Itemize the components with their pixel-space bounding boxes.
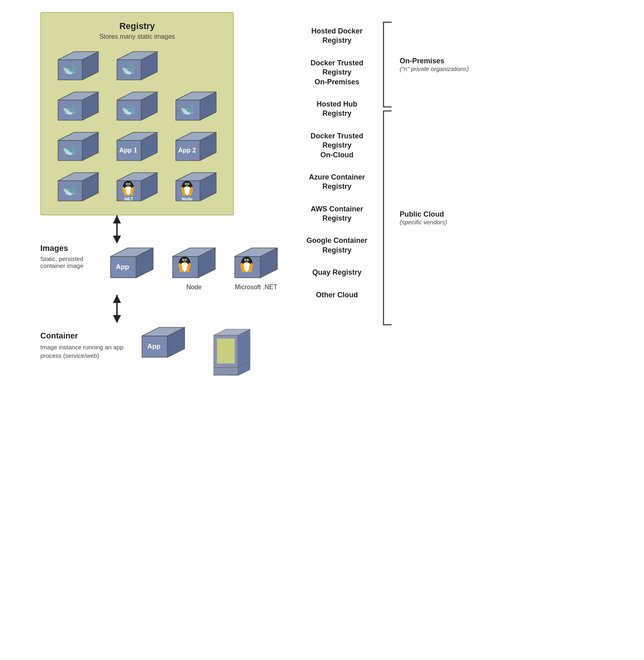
- public-cloud-label-group: Public Cloud (specific vendors): [400, 210, 447, 226]
- registry-item-hosted-docker: Hosted DockerRegistry: [298, 20, 375, 52]
- on-premises-group: On-Premises ("n" private organizations): [379, 20, 469, 109]
- on-premises-bracket: [379, 20, 396, 109]
- svg-point-68: [188, 193, 192, 196]
- registry-list: Hosted DockerRegistry Docker TrustedRegi…: [298, 20, 375, 306]
- svg-marker-71: [113, 236, 121, 244]
- container-item: 🐋: [169, 88, 223, 124]
- svg-marker-112: [113, 295, 121, 303]
- svg-point-64: [186, 186, 188, 187]
- svg-point-103: [245, 259, 246, 261]
- svg-point-47: [127, 186, 129, 187]
- svg-point-92: [179, 269, 184, 272]
- container-item: 🐋: [51, 88, 106, 124]
- svg-marker-123: [217, 338, 235, 363]
- svg-point-88: [185, 259, 187, 261]
- registry-item-hosted-hub: Hosted HubRegistry: [298, 93, 375, 125]
- dotnet-label: Microsoft .NET: [235, 284, 277, 291]
- container-item: 🐋: [110, 88, 165, 124]
- images-containers: App: [106, 244, 282, 291]
- main-container: Registry Stores many static images 🐋: [0, 0, 644, 388]
- svg-marker-73: [113, 215, 121, 223]
- arrow-images-to-container: [111, 295, 123, 323]
- container-item: 🐋: [51, 169, 106, 205]
- container-item: 🐋: [51, 128, 106, 165]
- svg-point-63: [188, 184, 189, 184]
- svg-text:App: App: [147, 343, 160, 350]
- svg-text:Node: Node: [181, 196, 193, 201]
- container-item-node: Node: [169, 169, 223, 205]
- node-label: Node: [186, 284, 202, 291]
- public-cloud-label: Public Cloud: [400, 210, 447, 219]
- arrow-registry-to-images: [111, 215, 123, 244]
- svg-text:.NET: .NET: [123, 196, 133, 201]
- svg-point-89: [183, 261, 186, 263]
- svg-point-104: [248, 259, 249, 261]
- container-labels: Container Image instance running an app …: [40, 323, 129, 360]
- svg-point-109: [248, 269, 252, 272]
- svg-point-87: [183, 259, 184, 261]
- on-premises-sub: ("n" private organizations): [400, 65, 469, 72]
- container-title: Container: [40, 331, 129, 340]
- container-item-app2: App 2: [169, 128, 223, 165]
- svg-text:🐋: 🐋: [63, 183, 77, 196]
- computer-monitor: [198, 323, 262, 376]
- svg-marker-121: [238, 329, 250, 368]
- svg-marker-111: [113, 315, 121, 323]
- on-premises-label-group: On-Premises ("n" private organizations): [400, 57, 469, 72]
- svg-point-46: [129, 184, 130, 184]
- registry-item-docker-trusted-cloud: Docker TrustedRegistryOn-Cloud: [298, 125, 375, 166]
- public-cloud-group: Public Cloud (specific vendors): [379, 109, 447, 327]
- svg-point-105: [246, 261, 248, 263]
- registry-item-docker-trusted-premises: Docker TrustedRegistryOn-Premises: [298, 52, 375, 93]
- on-premises-label: On-Premises: [400, 57, 469, 65]
- images-section: Images Static, persisted container image…: [40, 244, 282, 291]
- svg-point-45: [127, 184, 127, 184]
- registry-list-area: Hosted DockerRegistry Docker TrustedRegi…: [298, 20, 628, 327]
- svg-point-93: [185, 269, 190, 272]
- svg-text:🐋: 🐋: [63, 143, 77, 156]
- container-item-net: .NET: [110, 169, 165, 205]
- node-container-img: Node: [168, 244, 220, 291]
- svg-text:🐋: 🐋: [63, 102, 77, 116]
- svg-text:App 2: App 2: [178, 147, 196, 154]
- container-item-empty: [169, 48, 223, 84]
- registry-box: Registry Stores many static images 🐋: [40, 12, 234, 215]
- svg-text:🐋: 🐋: [121, 102, 135, 116]
- svg-marker-117: [214, 368, 238, 376]
- registry-title: Registry: [51, 21, 223, 31]
- registry-item-quay: Quay Registry: [298, 261, 375, 284]
- public-cloud-bracket: [379, 109, 396, 327]
- svg-text:🐋: 🐋: [180, 102, 194, 116]
- container-item-app1: App 1: [110, 128, 165, 165]
- container-section: Container Image instance running an app …: [40, 323, 262, 376]
- app-container-box: App: [137, 323, 190, 361]
- container-desc: Image instance running an app process (s…: [40, 343, 129, 360]
- svg-point-50: [123, 193, 127, 196]
- registry-item-aws: AWS ContainerRegistry: [298, 198, 375, 230]
- svg-text:🐋: 🐋: [63, 62, 77, 75]
- container-item: 🐋: [110, 48, 165, 84]
- right-side: Hosted DockerRegistry Docker TrustedRegi…: [282, 12, 628, 376]
- registry-item-google: Google ContainerRegistry: [298, 230, 375, 261]
- left-side: Registry Stores many static images 🐋: [16, 12, 282, 376]
- svg-text:App: App: [116, 263, 129, 271]
- registry-item-other: Other Cloud: [298, 284, 375, 306]
- images-labels: Images Static, persisted container image: [40, 244, 98, 269]
- svg-point-67: [182, 193, 186, 196]
- registry-item-azure: Azure ContainerRegistry: [298, 166, 375, 198]
- app-container-img: App: [106, 244, 158, 291]
- public-cloud-sub: (specific vendors): [400, 219, 447, 226]
- registry-subtitle: Stores many static images: [51, 33, 223, 40]
- container-grid: 🐋 🐋: [51, 48, 223, 205]
- container-item: 🐋: [51, 48, 106, 84]
- images-title: Images: [40, 244, 98, 253]
- svg-marker-125: [228, 375, 236, 376]
- brackets-column: On-Premises ("n" private organizations) …: [375, 20, 469, 327]
- svg-point-62: [185, 184, 186, 184]
- svg-text:App 1: App 1: [119, 147, 138, 154]
- images-subtitle: Static, persisted container image: [40, 255, 98, 269]
- svg-point-51: [129, 193, 133, 196]
- dotnet-container-img: Microsoft .NET: [230, 244, 282, 291]
- svg-point-108: [242, 269, 246, 272]
- svg-text:🐋: 🐋: [121, 62, 135, 75]
